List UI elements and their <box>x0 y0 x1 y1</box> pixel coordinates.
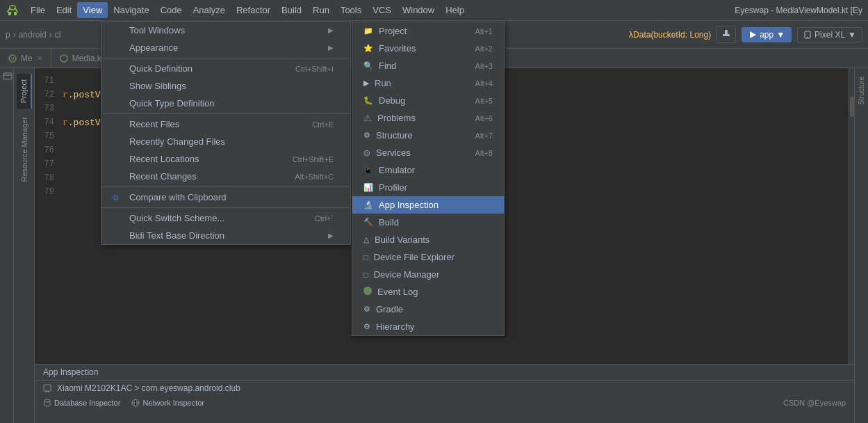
tool-windows-submenu: 📁 Project Alt+1 ⭐ Favorites Alt+2 🔍 Find… <box>352 22 505 336</box>
project-tab[interactable]: Project <box>17 74 32 109</box>
svg-line-1 <box>8 8 10 12</box>
submenu-device-file-explorer[interactable]: □ Device File Explorer <box>352 248 504 266</box>
project-icon[interactable] <box>0 68 13 86</box>
menu-item-recent-files[interactable]: Recent Files Ctrl+E <box>101 115 350 133</box>
menu-item-quick-switch[interactable]: Quick Switch Scheme... Ctrl+` <box>101 209 350 227</box>
breadcrumb: p › android › cl <box>6 30 60 40</box>
svg-rect-3 <box>8 12 11 15</box>
submenu-project[interactable]: 📁 Project Alt+1 <box>352 22 504 40</box>
menu-item-compare-clipboard[interactable]: ⧉ Compare with Clipboard <box>101 189 350 206</box>
svg-line-2 <box>15 8 17 12</box>
menu-run[interactable]: Run <box>307 2 335 18</box>
network-inspector-btn[interactable]: Network Inspector <box>131 399 204 407</box>
svg-point-0 <box>10 6 15 10</box>
svg-marker-9 <box>750 31 756 38</box>
submenu-gradle[interactable]: ⚙ Gradle <box>352 301 504 318</box>
submenu-build[interactable]: 🔨 Build <box>352 214 504 231</box>
submenu-run[interactable]: ▶ Run Alt+4 <box>352 74 504 92</box>
menu-item-quick-definition[interactable]: Quick Definition Ctrl+Shift+I <box>101 60 350 77</box>
problems-submenu-icon: ⚠ <box>363 113 372 123</box>
submenu-app-inspection[interactable]: 🔬 App Inspection <box>352 196 504 214</box>
menu-edit[interactable]: Edit <box>51 2 77 18</box>
tab-me-close[interactable]: ✕ <box>37 54 42 62</box>
svg-point-6 <box>13 6 15 8</box>
separator-3 <box>101 186 350 187</box>
submenu-find[interactable]: 🔍 Find Alt+3 <box>352 57 504 74</box>
menu-window[interactable]: Window <box>397 2 440 18</box>
menu-refactor[interactable]: Refactor <box>231 2 276 18</box>
compare-clipboard-icon: ⧉ <box>113 193 126 202</box>
db-inspector-btn[interactable]: Database Inspector <box>43 399 120 407</box>
favorites-submenu-icon: ⭐ <box>363 44 373 53</box>
hierarchy-submenu-icon: ⚙ <box>363 322 370 331</box>
menu-item-quick-type[interactable]: Quick Type Definition <box>101 95 350 112</box>
menu-item-show-siblings[interactable]: Show Siblings <box>101 77 350 95</box>
menubar: File Edit View Navigate Code Analyze Ref… <box>0 0 868 21</box>
menu-vcs[interactable]: VCS <box>367 2 397 18</box>
menu-file[interactable]: File <box>25 2 51 18</box>
project-submenu-icon: 📁 <box>363 26 373 35</box>
svg-point-22 <box>44 399 50 402</box>
menu-item-appearance[interactable]: Appearance ▶ <box>101 39 350 56</box>
submenu-problems[interactable]: ⚠ Problems Alt+6 <box>352 109 504 127</box>
menu-code[interactable]: Code <box>155 2 188 18</box>
appearance-arrow: ▶ <box>328 44 334 51</box>
submenu-structure[interactable]: ⚙ Structure Alt+7 <box>352 127 504 144</box>
submenu-event-log[interactable]: Event Log <box>352 283 504 301</box>
submenu-profiler[interactable]: 📊 Profiler <box>352 179 504 196</box>
debug-submenu-icon: 🐛 <box>363 96 373 105</box>
menu-item-bidi-text[interactable]: Bidi Text Base Direction ▶ <box>101 227 350 244</box>
breadcrumb-android: android <box>19 30 47 40</box>
menu-item-tool-windows[interactable]: Tool Windows ▶ <box>101 22 350 39</box>
bottom-bar-device: Xiaomi M2102K1AC > com.eyeswap.android.c… <box>35 381 854 396</box>
bottom-bar-footer: Database Inspector Network Inspector CSD… <box>35 396 854 410</box>
menu-view[interactable]: View <box>77 2 108 18</box>
submenu-emulator[interactable]: 📱 Emulator <box>352 161 504 179</box>
svg-rect-18 <box>44 385 51 391</box>
tool-windows-arrow: ▶ <box>328 26 334 34</box>
profiler-submenu-icon: 📊 <box>363 183 373 192</box>
app-title: Eyeswap - MediaViewModel.kt [Ey <box>735 6 862 15</box>
bottom-bar-title: App Inspection <box>35 365 854 381</box>
breadcrumb-p: p <box>6 30 10 40</box>
tab-me[interactable]: M Me ✕ <box>0 49 51 67</box>
right-sidebar: Structure <box>854 68 868 423</box>
breadcrumb-cl: cl <box>55 30 61 40</box>
submenu-favorites[interactable]: ⭐ Favorites Alt+2 <box>352 40 504 57</box>
view-menu-dropdown: Tool Windows ▶ Appearance ▶ Quick Defini… <box>101 21 351 245</box>
build-submenu-icon: 🔨 <box>363 218 373 227</box>
resource-manager-tab[interactable]: Resource Manager <box>17 111 31 188</box>
status-text: CSDN @Eyeswap <box>783 399 846 407</box>
structure-tab[interactable]: Structure <box>856 71 867 111</box>
svg-text:M: M <box>10 56 15 61</box>
structure-submenu-icon: ⚙ <box>363 131 370 140</box>
bottom-bar: App Inspection Xiaomi M2102K1AC > com.ey… <box>35 364 854 423</box>
menu-tools[interactable]: Tools <box>335 2 367 18</box>
menu-analyze[interactable]: Analyze <box>188 2 231 18</box>
svg-rect-8 <box>725 30 728 35</box>
services-submenu-icon: ◎ <box>363 148 370 157</box>
menu-item-recently-changed[interactable]: Recently Changed Files <box>101 133 350 150</box>
app-inspection-submenu-icon: 🔬 <box>363 200 373 209</box>
app-logo <box>6 3 19 17</box>
menu-build[interactable]: Build <box>276 2 307 18</box>
submenu-build-variants[interactable]: △ Build Variants <box>352 231 504 248</box>
device-manager-submenu-icon: □ <box>363 271 368 279</box>
function-icon: λData(bucketId: Long) <box>629 30 711 40</box>
menu-help[interactable]: Help <box>440 2 470 18</box>
submenu-hierarchy[interactable]: ⚙ Hierarchy <box>352 318 504 335</box>
separator-1 <box>101 58 350 58</box>
device-selector[interactable]: Pixel XL ▼ <box>797 27 862 42</box>
menu-item-recent-changes[interactable]: Recent Changes Alt+Shift+C <box>101 168 350 185</box>
run-button[interactable]: app ▼ <box>742 27 792 42</box>
menu-item-recent-locations[interactable]: Recent Locations Ctrl+Shift+E <box>101 150 350 168</box>
build-button[interactable] <box>716 26 736 43</box>
submenu-debug[interactable]: 🐛 Debug Alt+5 <box>352 92 504 109</box>
submenu-services[interactable]: ◎ Services Alt+8 <box>352 144 504 161</box>
event-log-submenu-icon <box>363 287 372 297</box>
menu-navigate[interactable]: Navigate <box>108 2 154 18</box>
submenu-device-manager[interactable]: □ Device Manager <box>352 266 504 283</box>
svg-point-14 <box>60 55 67 62</box>
separator-2 <box>101 113 350 114</box>
toolbar-right: λData(bucketId: Long) app ▼ Pixel XL ▼ <box>629 26 862 43</box>
